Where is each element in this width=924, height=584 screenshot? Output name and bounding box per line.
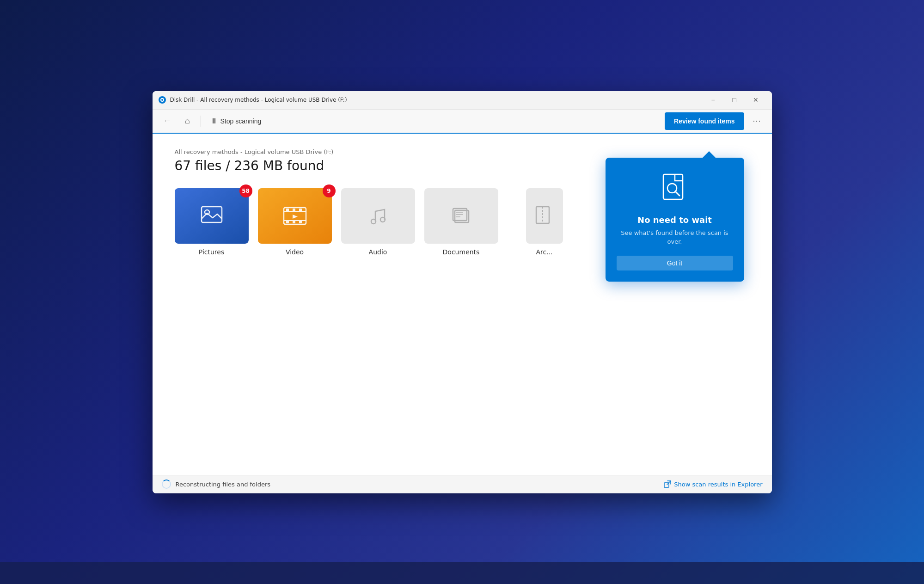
more-options-button[interactable]: ··· xyxy=(750,114,765,129)
svg-rect-10 xyxy=(299,209,302,211)
show-results-label: Show scan results in Explorer xyxy=(674,481,762,488)
archives-icon xyxy=(530,201,559,231)
svg-rect-12 xyxy=(293,221,295,223)
scan-subtitle: All recovery methods - Logical volume US… xyxy=(175,148,750,155)
svg-marker-14 xyxy=(293,215,298,219)
audio-icon xyxy=(363,201,393,231)
video-badge: 9 xyxy=(323,184,336,197)
file-type-card-audio[interactable]: Audio xyxy=(341,188,415,256)
svg-rect-11 xyxy=(286,221,289,223)
got-it-button[interactable]: Got it xyxy=(617,256,733,270)
tooltip-popup: No need to wait See what's found before … xyxy=(606,158,744,282)
app-icon xyxy=(158,96,166,104)
svg-rect-13 xyxy=(299,221,302,223)
video-card-bg: 9 xyxy=(258,188,332,244)
file-type-card-documents[interactable]: Documents xyxy=(424,188,498,256)
desktop-background: Disk Drill - All recovery methods - Logi… xyxy=(0,0,924,584)
back-button[interactable]: ← xyxy=(160,114,175,129)
documents-icon xyxy=(447,201,476,231)
show-results-link[interactable]: Show scan results in Explorer xyxy=(664,480,762,488)
app-window: Disk Drill - All recovery methods - Logi… xyxy=(153,91,772,493)
tooltip-description: See what's found before the scan is over… xyxy=(617,228,733,246)
pause-icon: ⏸ xyxy=(210,117,218,125)
status-bar: Reconstructing files and folders Show sc… xyxy=(153,475,772,493)
window-title: Disk Drill - All recovery methods - Logi… xyxy=(170,97,703,103)
main-content: All recovery methods - Logical volume US… xyxy=(153,134,772,475)
svg-rect-9 xyxy=(293,209,295,211)
svg-line-26 xyxy=(675,191,679,196)
pictures-label: Pictures xyxy=(199,248,224,256)
more-icon: ··· xyxy=(753,116,761,126)
status-spinner xyxy=(162,479,171,489)
window-controls: − □ ✕ xyxy=(703,91,766,110)
audio-label: Audio xyxy=(369,248,387,256)
svg-rect-3 xyxy=(202,207,222,222)
status-text: Reconstructing files and folders xyxy=(176,481,271,488)
pictures-badge: 58 xyxy=(239,184,252,197)
svg-point-2 xyxy=(161,99,163,101)
audio-card-bg xyxy=(341,188,415,244)
back-icon: ← xyxy=(163,116,171,126)
archives-label: Arc... xyxy=(536,248,552,256)
tooltip-title: No need to wait xyxy=(637,215,712,225)
file-type-card-archives[interactable]: Arc... xyxy=(508,188,581,256)
title-bar: Disk Drill - All recovery methods - Logi… xyxy=(153,91,772,110)
file-type-card-video[interactable]: 9 Video xyxy=(258,188,332,256)
maximize-button[interactable]: □ xyxy=(724,91,745,110)
home-icon: ⌂ xyxy=(185,116,190,126)
close-button[interactable]: ✕ xyxy=(745,91,766,110)
file-type-card-pictures[interactable]: 58 Pictures xyxy=(175,188,249,256)
video-icon xyxy=(280,201,310,231)
pictures-card-bg: 58 xyxy=(175,188,249,244)
toolbar-separator xyxy=(201,116,201,127)
video-label: Video xyxy=(286,248,304,256)
documents-label: Documents xyxy=(443,248,480,256)
taskbar xyxy=(0,562,924,584)
external-link-icon xyxy=(664,480,671,488)
stop-scanning-button[interactable]: ⏸ Stop scanning xyxy=(207,115,265,127)
review-found-items-button[interactable]: Review found items xyxy=(665,112,744,130)
minimize-button[interactable]: − xyxy=(703,91,724,110)
documents-card-bg xyxy=(424,188,498,244)
svg-rect-8 xyxy=(286,209,289,211)
stop-scanning-label: Stop scanning xyxy=(220,117,262,125)
home-button[interactable]: ⌂ xyxy=(180,114,195,129)
tooltip-icon xyxy=(656,171,693,208)
archives-card-bg xyxy=(526,188,563,244)
toolbar: ← ⌂ ⏸ Stop scanning Review found items ·… xyxy=(153,110,772,134)
pictures-icon xyxy=(197,201,226,231)
